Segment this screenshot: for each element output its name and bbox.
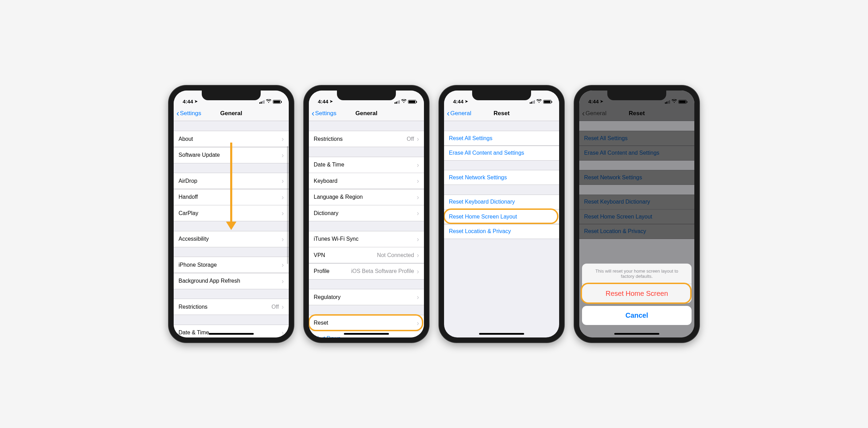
cell-itunes-wi-fi-sync[interactable]: iTunes Wi-Fi Sync › — [309, 231, 424, 247]
cell-background-app-refresh[interactable]: Background App Refresh › — [174, 273, 289, 289]
cellular-signal-icon — [394, 100, 400, 104]
settings-group: Date & Time › Keyboard › Language & Regi… — [309, 157, 424, 222]
content-scroll[interactable]: Reset All Settings Erase All Content and… — [444, 121, 559, 337]
cell-label: Dictionary — [314, 210, 338, 216]
status-time: 4:44 — [318, 99, 328, 104]
back-label: Settings — [180, 110, 201, 117]
chevron-right-icon: › — [417, 319, 419, 327]
chevron-right-icon: › — [281, 193, 284, 201]
settings-group: Restrictions Off› — [309, 131, 424, 147]
settings-group: iPhone Storage › Background App Refresh … — [174, 257, 289, 289]
cell-restrictions[interactable]: Restrictions Off› — [309, 131, 424, 147]
notch — [202, 91, 261, 100]
chevron-right-icon: › — [281, 329, 284, 337]
cell-label: Date & Time — [314, 162, 344, 168]
phone-frame: 4:44 ➤ ‹ Settings General — [169, 86, 294, 342]
action-sheet-main: This will reset your home screen layout … — [582, 264, 692, 303]
cell-language-region[interactable]: Language & Region › — [309, 189, 424, 205]
cell-iphone-storage[interactable]: iPhone Storage › — [174, 257, 289, 273]
cell-reset-network-settings[interactable]: Reset Network Settings — [444, 170, 559, 185]
cell-label: Reset Home Screen Layout — [449, 214, 517, 220]
phone-frame: 4:44 ➤ ‹ General Reset — [439, 86, 564, 342]
chevron-right-icon: › — [417, 135, 419, 143]
cell-detail: Off — [407, 136, 417, 142]
phone-screen: 4:44 ➤ ‹ General Reset — [444, 91, 559, 337]
settings-group: About › Software Update › — [174, 131, 289, 163]
home-indicator[interactable] — [479, 333, 524, 335]
cell-profile[interactable]: Profile iOS Beta Software Profile› — [309, 263, 424, 280]
settings-group: Reset Keyboard Dictionary Reset Home Scr… — [444, 195, 559, 239]
cellular-signal-icon — [259, 100, 264, 104]
cell-date-time[interactable]: Date & Time › — [309, 157, 424, 173]
chevron-right-icon: › — [417, 193, 419, 201]
settings-group: Regulatory › — [309, 289, 424, 305]
cell-regulatory[interactable]: Regulatory › — [309, 289, 424, 305]
cell-accessibility[interactable]: Accessibility › — [174, 231, 289, 247]
cancel-button[interactable]: Cancel — [582, 306, 692, 325]
chevron-right-icon: › — [281, 209, 284, 217]
cell-detail: Off — [271, 304, 281, 310]
home-indicator[interactable] — [209, 333, 254, 335]
phone-frame: 4:44 ➤ ‹ Settings General — [304, 86, 429, 342]
cell-erase-all-content-and-settings[interactable]: Erase All Content and Settings — [444, 146, 559, 161]
cell-label: Keyboard — [314, 178, 338, 184]
location-services-icon: ➤ — [465, 99, 468, 104]
settings-group: Reset All Settings Erase All Content and… — [444, 131, 559, 161]
cell-label: iTunes Wi-Fi Sync — [314, 236, 358, 242]
chevron-right-icon: › — [281, 135, 284, 143]
chevron-right-icon: › — [417, 209, 419, 217]
cell-label: Software Update — [179, 152, 220, 158]
content-scroll[interactable]: About › Software Update › AirDrop › Hand… — [174, 121, 289, 337]
action-sheet: This will reset your home screen layout … — [582, 264, 692, 328]
cell-date-time[interactable]: Date & Time › — [174, 325, 289, 338]
cell-reset-all-settings[interactable]: Reset All Settings — [444, 131, 559, 146]
cell-dictionary[interactable]: Dictionary › — [309, 205, 424, 221]
cell-keyboard[interactable]: Keyboard › — [309, 173, 424, 189]
chevron-right-icon: › — [281, 151, 284, 159]
cell-detail: Not Connected — [377, 252, 417, 258]
reset-home-screen-button[interactable]: Reset Home Screen — [582, 284, 692, 303]
cell-reset-keyboard-dictionary[interactable]: Reset Keyboard Dictionary — [444, 195, 559, 209]
content-scroll[interactable]: Restrictions Off› Date & Time › Keyboard… — [309, 121, 424, 337]
settings-group: Date & Time › Keyboard › Language & Regi… — [174, 325, 289, 338]
status-time: 4:44 — [453, 99, 463, 104]
cell-vpn[interactable]: VPN Not Connected› — [309, 247, 424, 263]
cell-reset-location-privacy[interactable]: Reset Location & Privacy — [444, 224, 559, 239]
cell-label: Language & Region — [314, 194, 363, 200]
back-button[interactable]: ‹ Settings — [312, 109, 336, 118]
notch — [337, 91, 396, 100]
cell-handoff[interactable]: Handoff › — [174, 189, 289, 205]
chevron-right-icon: › — [281, 261, 284, 269]
back-button[interactable]: ‹ General — [447, 109, 471, 118]
home-indicator[interactable] — [344, 333, 389, 335]
chevron-right-icon: › — [281, 177, 284, 185]
cell-restrictions[interactable]: Restrictions Off› — [174, 299, 289, 315]
cell-label: Reset Location & Privacy — [449, 228, 511, 234]
phone-screen: 4:44 ➤ ‹ General Reset — [579, 91, 694, 337]
back-label: General — [450, 110, 471, 117]
cell-carplay[interactable]: CarPlay › — [174, 205, 289, 221]
cell-reset[interactable]: Reset › — [309, 315, 424, 331]
cell-software-update[interactable]: Software Update › — [174, 147, 289, 163]
chevron-right-icon: › — [281, 235, 284, 243]
cell-airdrop[interactable]: AirDrop › — [174, 173, 289, 189]
settings-group: Reset Network Settings — [444, 170, 559, 185]
cell-reset-home-screen-layout[interactable]: Reset Home Screen Layout — [444, 209, 559, 224]
back-label: Settings — [315, 110, 336, 117]
cell-about[interactable]: About › — [174, 131, 289, 147]
cell-label: Restrictions — [179, 304, 208, 310]
home-indicator[interactable] — [614, 333, 659, 335]
settings-group: iTunes Wi-Fi Sync › VPN Not Connected› P… — [309, 231, 424, 280]
wifi-icon — [401, 99, 407, 104]
chevron-right-icon: › — [417, 177, 419, 185]
phone-screen: 4:44 ➤ ‹ Settings General — [174, 91, 289, 337]
cell-label: Accessibility — [179, 236, 209, 242]
chevron-right-icon: › — [281, 303, 284, 311]
chevron-right-icon: › — [417, 235, 419, 243]
battery-icon — [273, 100, 281, 104]
back-button[interactable]: ‹ Settings — [176, 109, 201, 118]
scrollbar[interactable] — [287, 146, 288, 264]
notch — [607, 91, 666, 100]
wifi-icon — [536, 99, 542, 104]
chevron-right-icon: › — [281, 277, 284, 285]
